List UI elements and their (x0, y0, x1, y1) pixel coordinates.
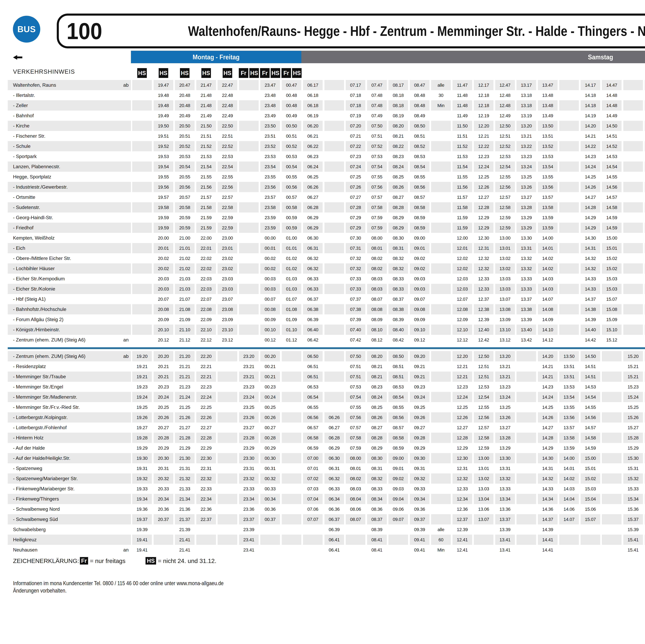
time-cell: 12.36 (452, 504, 472, 514)
time-cell: 08.41 (367, 545, 387, 555)
stop-name: Waltenhofen, Rauns (13, 82, 56, 88)
time-cell: 21.02 (175, 253, 195, 263)
time-cell: 13.09 (495, 314, 515, 325)
empty-cell (559, 111, 579, 121)
time-cell: 00.58 (282, 202, 301, 212)
time-cell: 12.55 (474, 402, 493, 412)
time-cell: 00.34 (260, 494, 280, 504)
time-cell: 14.20 (581, 121, 600, 131)
time-cell: 13.55 (538, 172, 558, 182)
time-cell: 07.17 (346, 80, 365, 90)
empty-cell (431, 361, 451, 372)
stop-row: - Eich20.0121.0122.0123.0100.0101.0106.3… (8, 243, 645, 253)
time-cell: 22.55 (218, 172, 237, 182)
time-cell: 07.29 (346, 212, 365, 223)
empty-cell (559, 263, 579, 274)
empty-cell (623, 304, 643, 314)
time-cell: 13.23 (495, 382, 515, 392)
time-cell: 20.36 (154, 504, 173, 514)
time-cell: 08.55 (410, 172, 429, 182)
time-cell: 21.52 (196, 141, 216, 151)
empty-cell (132, 263, 152, 274)
time-cell: 06.30 (325, 453, 344, 463)
time-cell: 06.29 (303, 223, 322, 233)
time-cell: 08.32 (388, 253, 408, 263)
fridays-only-badge: Fr (260, 68, 270, 78)
stop-row: - Memminger Str./Fr.v.-Ried Str.19.2520.… (8, 402, 645, 412)
empty-cell (431, 162, 451, 172)
time-cell: 06.34 (325, 494, 344, 504)
time-cell: 08.51 (388, 372, 408, 382)
holiday-exclusion-badge: HS (223, 68, 232, 78)
time-cell: 23.07 (218, 294, 237, 304)
stop-name: - Spatzenweg/Mariaberger Str. (13, 476, 78, 481)
time-cell: 08.24 (388, 162, 408, 172)
time-cell: 00.48 (282, 100, 301, 111)
time-cell: 13.21 (516, 131, 536, 141)
empty-cell (132, 90, 152, 100)
stop-name: - Residenzplatz (13, 364, 46, 369)
time-cell: 14.54 (581, 392, 600, 402)
empty-cell (282, 514, 301, 524)
holiday-exclusion-badge: HS (201, 68, 211, 78)
empty-cell (623, 202, 643, 212)
time-cell: 23.03 (218, 274, 237, 284)
time-cell: 14.07 (538, 294, 558, 304)
empty-cell (325, 402, 344, 412)
time-cell: 13.18 (516, 90, 536, 100)
empty-cell (196, 534, 216, 545)
fridays-only-badge: Fr (281, 68, 291, 78)
empty-cell (623, 294, 643, 304)
empty-cell (623, 233, 643, 243)
time-cell: 14.33 (538, 484, 558, 494)
time-cell: 12.17 (474, 80, 493, 90)
empty-cell (516, 545, 536, 555)
time-cell: 22.33 (196, 484, 216, 494)
time-cell: 19.56 (154, 182, 173, 192)
time-cell: 07.57 (367, 192, 387, 202)
time-cell: 09.02 (388, 473, 408, 484)
time-cell: 12.27 (474, 192, 493, 202)
time-cell: 12.32 (452, 473, 472, 484)
empty-cell (431, 172, 451, 182)
empty-cell (218, 392, 237, 402)
time-cell: 14.48 (602, 90, 622, 100)
time-cell: 23.23 (239, 382, 259, 392)
time-cell: 07.21 (346, 131, 365, 141)
time-cell: 13.06 (474, 504, 493, 514)
time-cell: 23.41 (239, 534, 259, 545)
stop-row: - Kirche19.5020.5021.5022.5023.5000.5006… (8, 121, 645, 131)
stop-name: Lanzen, Plabennecstr. (13, 164, 60, 169)
empty-cell (559, 294, 579, 304)
time-cell: 06.54 (303, 392, 322, 402)
empty-cell (559, 90, 579, 100)
empty-cell (431, 294, 451, 304)
time-cell: 21.09 (175, 314, 195, 325)
stop-name: - Lochbihler Häuser (13, 266, 55, 271)
time-cell: 22.03 (196, 284, 216, 294)
time-cell: 14.00 (538, 233, 558, 243)
time-cell: 13.59 (538, 223, 558, 233)
empty-cell (218, 484, 237, 494)
time-cell: 12.53 (474, 382, 493, 392)
time-cell: 19.41 (132, 545, 152, 555)
empty-cell (325, 131, 344, 141)
empty-cell (516, 514, 536, 524)
time-cell: 06.23 (303, 151, 322, 162)
stop-name: - Königstr./Hirnbeinstr. (13, 327, 60, 333)
time-cell: 00.33 (260, 484, 280, 494)
empty-cell (132, 223, 152, 233)
time-cell: 23.02 (218, 263, 237, 274)
time-cell: 08.01 (367, 243, 387, 253)
time-cell: 09.34 (410, 494, 429, 504)
time-cell: 15.10 (602, 325, 622, 335)
time-cell: 09.23 (410, 382, 429, 392)
empty-cell (431, 443, 451, 453)
time-cell: 06.50 (303, 351, 322, 361)
time-cell: 13.03 (474, 484, 493, 494)
time-cell: 20.49 (175, 111, 195, 121)
time-cell: 08.56 (388, 412, 408, 423)
time-cell: 06.27 (325, 423, 344, 433)
empty-cell (581, 545, 600, 555)
time-cell: 08.53 (410, 151, 429, 162)
